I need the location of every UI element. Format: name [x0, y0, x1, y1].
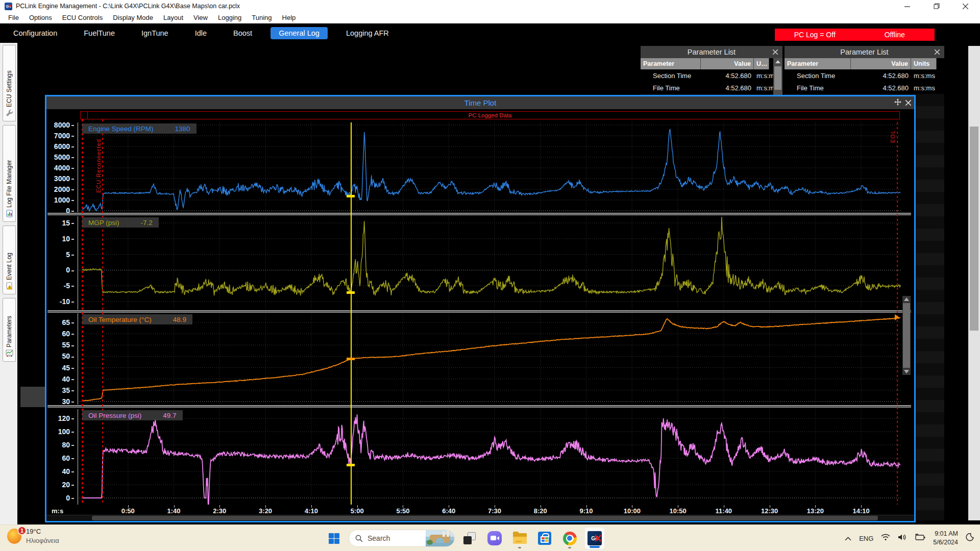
menu-item-logging[interactable]: Logging	[213, 12, 247, 23]
pane-splitter-1[interactable]	[47, 310, 911, 313]
column-header-1[interactable]: Value	[851, 58, 911, 69]
menu-item-display-mode[interactable]: Display Mode	[108, 12, 158, 23]
table-row[interactable]: Section Time4:52.680m:s:ms	[785, 69, 944, 82]
param-value: 4:52.680	[851, 82, 911, 94]
restore-button[interactable]	[922, 0, 951, 12]
chat-icon	[487, 531, 502, 545]
start-button[interactable]	[324, 527, 344, 549]
sidebar-tab-parameters[interactable]: Parameters	[3, 298, 16, 362]
chrome-icon	[563, 532, 577, 545]
parameter-list-header: ParameterValueU…	[641, 58, 773, 69]
tab-configuration[interactable]: Configuration	[5, 27, 65, 39]
toolbar: ConfigurationFuelTuneIgnTuneIdleBoostGen…	[0, 23, 980, 43]
tab-fueltune[interactable]: FuelTune	[76, 27, 123, 39]
sidebar-tab-ecu-settings[interactable]: ECU Settings	[3, 45, 16, 121]
tab-idle[interactable]: Idle	[187, 27, 215, 39]
h-scrollbar-thumb[interactable]	[92, 516, 878, 520]
eol-line	[897, 122, 898, 505]
y-axis-label: 6000	[47, 142, 74, 151]
menu-item-layout[interactable]: Layout	[158, 12, 188, 23]
chart-pane-0[interactable]	[78, 122, 901, 212]
toolbar-tabs: ConfigurationFuelTuneIgnTuneIdleBoostGen…	[0, 27, 402, 39]
weather-condition: Ηλιοφάνεια	[26, 537, 59, 544]
column-header-2[interactable]: U…	[754, 58, 769, 69]
chart-pane-2[interactable]	[78, 313, 901, 405]
menu-item-options[interactable]: Options	[24, 12, 57, 23]
menu-item-help[interactable]: Help	[277, 12, 301, 23]
v-scrollbar-thumb[interactable]	[903, 303, 910, 368]
clock[interactable]: 9:01 AM 5/6/2024	[933, 530, 958, 547]
file-explorer-button[interactable]	[509, 527, 530, 549]
pane-splitter-0[interactable]	[47, 213, 911, 215]
chart-pane-1[interactable]	[78, 216, 901, 310]
chart-pane-3[interactable]	[78, 409, 901, 505]
weather-widget[interactable]: 1 19°C Ηλιοφάνεια	[7, 528, 59, 544]
parameter-list-title-bar[interactable]: Parameter List	[785, 46, 944, 58]
sidebar-tab-label: Event Log	[6, 229, 13, 280]
cursor-marker-2	[347, 358, 355, 360]
table-row[interactable]: File Time4:52.680m:s:m	[641, 82, 773, 94]
panel-scrollbar-thumb[interactable]	[774, 66, 781, 90]
tab-logging-afr[interactable]: Logging AFR	[338, 27, 397, 39]
close-plot-icon[interactable]	[905, 98, 911, 108]
tray-expand-chevron-icon[interactable]	[845, 534, 851, 543]
column-header-0[interactable]: Parameter	[785, 58, 851, 69]
wifi-icon[interactable]	[881, 534, 890, 543]
pane-splitter-2[interactable]	[47, 405, 911, 408]
search-icon	[355, 535, 363, 542]
horizontal-scrollbar[interactable]	[46, 515, 914, 520]
cursor-marker-1	[347, 291, 355, 294]
column-header-1[interactable]: Value	[701, 58, 754, 69]
time-cursor[interactable]	[351, 122, 352, 505]
search-box[interactable]: Search	[349, 530, 455, 547]
table-row[interactable]: File Time4:52.680m:s:ms	[785, 82, 944, 94]
series-cursor-value: 1380	[175, 125, 190, 133]
scrollbar-thumb[interactable]	[970, 127, 978, 331]
menu-item-file[interactable]: File	[3, 12, 24, 23]
column-header-2[interactable]: Units	[911, 58, 937, 69]
sidebar-tab-log-file-manager[interactable]: Log File Manager	[3, 125, 16, 222]
pc-logged-data-banner: PC Logged Data	[80, 111, 900, 119]
table-row[interactable]: Section Time4:52.680m:s:m	[641, 69, 773, 82]
move-icon[interactable]	[894, 98, 901, 108]
scroll-down-arrow[interactable]	[904, 370, 909, 373]
y-axis-label: 3000	[47, 174, 74, 183]
store-button[interactable]	[534, 527, 555, 549]
volume-icon[interactable]	[898, 534, 906, 543]
vertical-scrollbar[interactable]	[902, 296, 911, 375]
pclink-g4x-button[interactable]: G4	[584, 527, 605, 549]
column-header-0[interactable]: Parameter	[641, 58, 701, 69]
close-panel-icon[interactable]	[933, 48, 941, 56]
tab-boost[interactable]: Boost	[225, 27, 260, 39]
parameter-list-scrollbar[interactable]	[968, 46, 980, 520]
minimize-button[interactable]	[893, 0, 922, 12]
task-view-button[interactable]	[459, 527, 480, 549]
night-light-moon-icon[interactable]	[966, 533, 974, 543]
chrome-button[interactable]	[559, 527, 580, 549]
battery-icon[interactable]	[914, 534, 925, 543]
close-panel-icon[interactable]	[771, 48, 779, 56]
series-cursor-value: -7.2	[141, 219, 153, 227]
x-axis-unit: m:s	[52, 507, 63, 515]
sidebar-tab-event-log[interactable]: Event Log	[3, 226, 16, 294]
chat-button[interactable]	[484, 527, 505, 549]
scroll-up-arrow[interactable]	[904, 297, 909, 301]
menu-item-view[interactable]: View	[188, 12, 213, 23]
menu-item-ecu-controls[interactable]: ECU Controls	[57, 12, 108, 23]
cursor-marker-0	[347, 195, 355, 197]
time-plot-title: Time Plot	[464, 98, 497, 107]
scroll-up-icon[interactable]	[775, 60, 780, 63]
sidebar-tab-label: ECU Settings	[6, 48, 13, 107]
tab-general-log[interactable]: General Log	[271, 27, 328, 39]
parameter-list-title-bar[interactable]: Parameter List	[641, 46, 782, 58]
series-name: MGP (psi)	[88, 219, 119, 227]
menu-item-tuning[interactable]: Tuning	[247, 12, 277, 23]
language-indicator[interactable]: ENG	[859, 535, 873, 542]
param-value: 4:52.680	[701, 82, 754, 94]
series-label-1: MGP (psi)-7.2	[82, 217, 159, 228]
tab-igntune[interactable]: IgnTune	[133, 27, 177, 39]
time-plot-title-bar[interactable]: Time Plot	[46, 96, 914, 109]
close-button[interactable]	[951, 0, 980, 12]
log-start-line	[82, 119, 83, 505]
x-tick-label: 9:10	[580, 507, 593, 515]
